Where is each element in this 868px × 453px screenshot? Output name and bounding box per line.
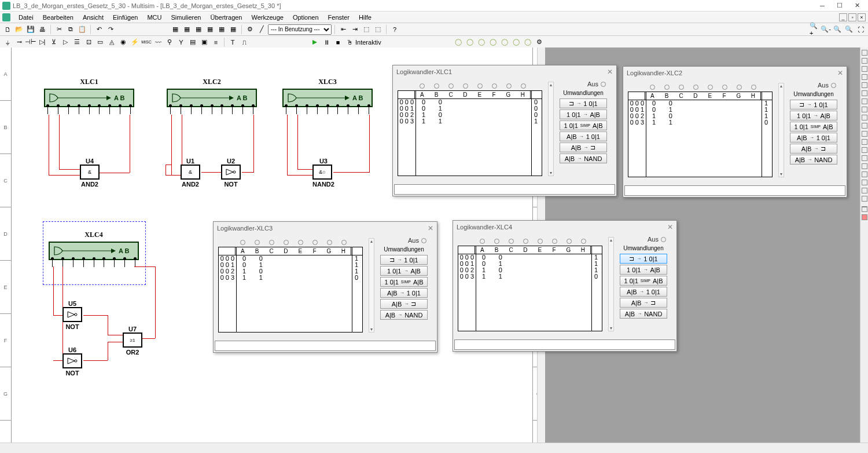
window-maximize-button[interactable]: ☐ [831,1,848,11]
menu-werkzeuge[interactable]: Werkzeuge [247,13,288,22]
palette-instrument-icon[interactable] [862,139,867,145]
input-ring-icon[interactable] [269,240,274,245]
place-bus-icon[interactable]: ⎍ [239,37,249,48]
grid-button-5[interactable]: ▦ [216,24,227,35]
convert-button[interactable]: 1 0|1→A|B [380,266,428,276]
palette-instrument-icon[interactable] [862,58,867,64]
nav-button-4[interactable]: ⬚ [373,24,383,35]
palette-instrument-icon[interactable] [862,74,867,80]
input-ring-icon[interactable] [240,240,245,245]
convert-button[interactable]: A|B→⊐ [560,143,607,152]
convert-button[interactable]: ⊐→1 0|1 [560,98,607,108]
nav-button-3[interactable]: ⬚ [361,24,372,35]
dialog-close-button[interactable]: ✕ [667,223,673,231]
probe-button-2[interactable]: ◯ [465,37,475,48]
palette-instrument-icon[interactable] [862,107,867,112]
probe-button-1[interactable]: ◯ [453,37,464,48]
mdi-restore-button[interactable]: ▫ [848,13,856,21]
wire-button[interactable]: ╱ [256,24,267,35]
comp-resistor-icon[interactable]: ⊸ [14,37,24,48]
probe-settings-button[interactable]: ⚙ [534,37,545,48]
input-ring-icon[interactable] [463,83,468,89]
convert-button[interactable]: 1 0|1→A|B [620,265,667,275]
palette-instrument-icon[interactable] [862,196,867,202]
menu-uebertragen[interactable]: Übertragen [205,13,247,22]
dialog-titlebar[interactable]: Logikwandler-XLC3✕ [214,222,437,235]
palette-instrument-icon[interactable] [862,180,867,185]
comp-indicator-icon[interactable]: ◉ [118,37,128,48]
comp-connector-icon[interactable]: Y [176,37,186,48]
palette-instrument-icon[interactable] [862,50,867,56]
input-ring-icon[interactable] [751,85,756,90]
expression-field[interactable] [624,185,845,196]
convert-button[interactable]: 1 0|1→A|B [790,111,837,120]
xlc3-block[interactable]: XLC3 A B [282,78,373,114]
mdi-minimize-button[interactable]: _ [839,13,847,21]
cut-button[interactable]: ✂ [54,24,64,35]
print-button[interactable]: 🖶 [37,24,47,35]
convert-button[interactable]: ⊐→1 0|1 [620,254,667,264]
xlc1-block[interactable]: XLC1 A B [44,78,134,114]
place-text-icon[interactable]: T [227,37,238,48]
convert-button[interactable]: A|B→1 0|1 [380,288,428,298]
comp-ground-icon[interactable]: ⏚ [2,37,13,48]
undo-button[interactable]: ↶ [94,24,104,35]
dialog-titlebar[interactable]: Logikwandler-XLC4✕ [453,221,676,233]
input-ring-icon[interactable] [298,240,303,245]
input-ring-icon[interactable] [664,85,670,90]
input-ring-icon[interactable] [552,239,557,244]
comp-capacitor-icon[interactable]: ⊣⊢ [25,37,36,48]
input-ring-icon[interactable] [679,85,684,90]
comp-hier-icon[interactable]: ▣ [199,37,209,48]
comp-bus-icon[interactable]: ≡ [211,37,221,48]
dialog-titlebar[interactable]: Logikwandler-XLC2✕ [623,67,847,79]
input-ring-icon[interactable] [506,83,512,89]
grid-button-6[interactable]: ▦ [228,24,238,35]
xlc2-block[interactable]: XLC2 A B [167,78,257,114]
palette-instrument-icon[interactable] [862,131,867,137]
dialog-close-button[interactable]: ✕ [837,69,843,77]
input-ring-icon[interactable] [494,239,499,244]
palette-instrument-icon[interactable] [862,163,867,169]
usage-dropdown[interactable]: --- In Benutzung --- [268,24,332,35]
component-button[interactable]: ⚙ [245,24,255,35]
gate-u1[interactable]: U1 & AND2 [181,158,200,188]
dialog-Logikwandler-XLC1[interactable]: Logikwandler-XLC1✕ Aus ABCDEFGH 0 0 0000… [392,65,617,196]
input-ring-icon[interactable] [567,239,572,244]
comp-opamp-icon[interactable]: ▷ [60,37,71,48]
menu-simulieren[interactable]: Simulieren [166,13,205,22]
input-ring-icon[interactable] [693,85,698,90]
palette-instrument-icon[interactable] [862,155,867,161]
grid-button-2[interactable]: ▦ [182,24,192,35]
convert-button[interactable]: A|B→1 0|1 [560,131,607,141]
palette-instrument-icon[interactable] [862,123,867,129]
convert-button[interactable]: ⊐→1 0|1 [790,100,837,109]
menu-bearbeiten[interactable]: Bearbeiten [38,13,78,22]
palette-instrument-icon[interactable] [862,188,867,193]
input-ring-icon[interactable] [284,240,289,245]
input-ring-icon[interactable] [477,83,483,89]
input-ring-icon[interactable] [538,239,543,244]
gate-u4[interactable]: U4 & AND2 [80,158,100,188]
input-ring-icon[interactable] [434,83,439,89]
pause-button[interactable]: ⏸ [321,37,332,48]
comp-rf-icon[interactable]: 〰 [153,37,163,48]
convert-button[interactable]: A|B→1 0|1 [620,287,667,297]
new-file-button[interactable]: 🗋 [2,24,13,35]
comp-mixed-icon[interactable]: ◬ [106,37,117,48]
comp-ttl-icon[interactable]: ▭ [95,37,105,48]
convert-button[interactable]: A|B→NAND [620,309,667,319]
nav-button-2[interactable]: ⇥ [350,24,360,35]
convert-button[interactable]: A|B→⊐ [380,299,428,309]
grid-button-1[interactable]: ▦ [170,24,181,35]
help-button[interactable]: ? [389,24,400,35]
menu-datei[interactable]: Datei [14,13,38,22]
window-minimize-button[interactable]: ─ [814,1,831,11]
comp-cmos-icon[interactable]: ⊡ [83,37,94,48]
palette-instrument-icon[interactable] [862,82,867,88]
palette-instrument-icon[interactable] [862,66,867,72]
menu-hilfe[interactable]: Hilfe [354,13,376,22]
open-file-button[interactable]: 📂 [14,24,24,35]
palette-instrument-icon[interactable] [862,98,867,104]
palette-instrument-icon[interactable] [862,206,867,212]
